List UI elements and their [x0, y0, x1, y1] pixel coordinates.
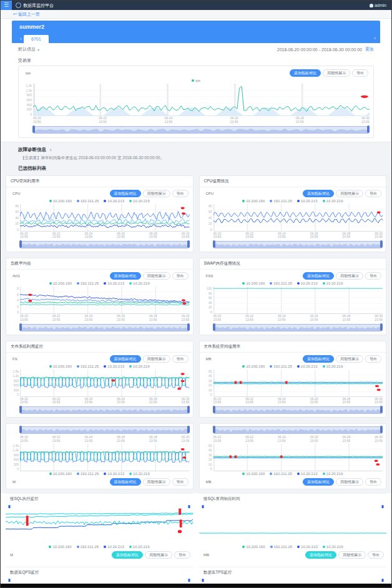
brush-handle-left[interactable] [213, 406, 215, 413]
legend-item[interactable]: 192.211.25 [77, 472, 99, 476]
brush-handle-left[interactable] [19, 240, 22, 248]
chart-canvas[interactable] [20, 444, 190, 471]
metric-chart[interactable]: 10.200.190192.211.2510.20.21310.20.21910… [203, 281, 383, 331]
legend-item[interactable]: 10.20.213 [104, 545, 124, 549]
export-button[interactable]: 导出 [172, 355, 189, 363]
legend-item[interactable]: 10.200.190 [242, 199, 265, 203]
datazoom-slider[interactable] [213, 241, 383, 248]
add-compare-button[interactable]: 添加指标对比 [303, 478, 334, 486]
brush-handle-right[interactable] [187, 240, 190, 248]
brush-handle-right[interactable] [367, 125, 370, 133]
periodic-display-button[interactable]: 周期性展示 [338, 551, 366, 559]
legend-item[interactable]: 10.20.213 [104, 282, 124, 285]
change-range-link[interactable]: 更改 [365, 46, 374, 52]
datazoom-slider[interactable] [33, 126, 369, 134]
legend-item[interactable]: 10.20.213 [297, 282, 318, 285]
legend-item[interactable]: 10.200.190 [242, 282, 265, 285]
legend-item[interactable]: 192.211.25 [270, 282, 292, 285]
legend-item[interactable]: 10.20.219 [129, 365, 150, 368]
metric-chart[interactable]: 10.200.190192.211.2510.20.21310.20.219 [199, 504, 386, 550]
export-button[interactable]: 导出 [365, 272, 381, 280]
brush-handle-left[interactable] [19, 323, 22, 331]
legend-item[interactable]: 10.20.219 [129, 282, 150, 285]
legend-item[interactable]: 10.200.190 [49, 199, 72, 203]
brush-handle-right[interactable] [380, 406, 383, 413]
user-menu[interactable]: admin [370, 3, 386, 7]
add-compare-button[interactable]: 添加指标对比 [110, 478, 141, 486]
metric-chart[interactable]: 10.200.190192.211.2510.20.21310.20.2191.… [9, 364, 190, 414]
legend-item[interactable]: 192.211.25 [270, 199, 292, 203]
brush-handle-left[interactable] [19, 426, 22, 433]
metric-chart[interactable]: 06-2023:5906-2223:5906-2423:5906-2623:59… [203, 426, 383, 477]
chart-canvas[interactable] [199, 504, 386, 544]
legend-item[interactable]: 10.20.213 [104, 365, 124, 368]
export-button[interactable]: 导出 [368, 551, 384, 559]
metric-chart[interactable]: 10.200.190192.211.2510.20.21310.20.21980… [9, 198, 190, 249]
legend-item[interactable]: 192.211.25 [270, 472, 292, 476]
brush-handle-left[interactable] [213, 426, 215, 433]
brush-handle-left[interactable] [19, 406, 22, 413]
add-compare-button[interactable]: 添加指标对比 [305, 551, 336, 559]
legend-item[interactable]: 10.20.213 [297, 199, 318, 203]
legend-item[interactable]: 192.211.25 [77, 199, 99, 203]
chevron-right-icon[interactable]: › [372, 34, 378, 42]
brush-handle-right[interactable] [187, 323, 190, 331]
brush-handle-right[interactable] [380, 426, 383, 433]
chart-canvas[interactable] [20, 370, 190, 397]
periodic-display-button[interactable]: 周期性展示 [143, 478, 170, 486]
legend-item[interactable]: 10.200.190 [49, 365, 72, 368]
periodic-display-button[interactable]: 周期性展示 [143, 190, 170, 197]
add-compare-button[interactable]: 添加指标对比 [290, 69, 321, 77]
legend-item[interactable]: 10.20.213 [297, 472, 318, 476]
legend-item[interactable]: 192.211.25 [270, 545, 293, 549]
add-compare-button[interactable]: 添加指标对比 [112, 551, 143, 559]
legend-item[interactable]: 192.211.25 [77, 365, 99, 368]
brush-handle-right[interactable] [187, 406, 190, 413]
periodic-display-button[interactable]: 周期性展示 [336, 272, 363, 280]
periodic-display-button[interactable]: 周期性展示 [336, 190, 363, 197]
chart-canvas[interactable] [6, 504, 193, 544]
info-label[interactable]: 默认信息 [18, 46, 36, 52]
export-button[interactable]: 导出 [352, 69, 368, 77]
legend-item[interactable]: 192.211.25 [270, 365, 292, 368]
periodic-display-button[interactable]: 周期性展示 [143, 355, 170, 363]
brush-handle-left[interactable] [213, 323, 215, 331]
legend-item[interactable]: tps [192, 79, 200, 82]
legend-item[interactable]: 192.211.25 [77, 545, 99, 549]
periodic-display-button[interactable]: 周期性展示 [143, 272, 170, 280]
hamburger-menu-icon[interactable]: ☰ [1, 1, 12, 10]
legend-item[interactable]: 10.20.213 [297, 545, 318, 549]
chart-canvas[interactable] [213, 287, 383, 314]
datazoom-slider[interactable] [20, 241, 189, 248]
brush-handle-right[interactable] [380, 240, 383, 248]
legend-item[interactable]: 10.200.190 [49, 545, 71, 549]
legend-item[interactable]: 10.20.213 [104, 472, 124, 476]
legend-item[interactable]: 10.200.190 [242, 545, 265, 549]
add-compare-button[interactable]: 添加指标对比 [303, 355, 334, 363]
chart-canvas[interactable] [213, 370, 383, 397]
add-compare-button[interactable]: 添加指标对比 [110, 355, 141, 363]
brush-handle-left[interactable] [213, 240, 215, 248]
periodic-display-button[interactable]: 周期性展示 [145, 551, 172, 559]
metric-chart[interactable]: 10.200.190192.211.2510.20.21310.20.21950… [203, 364, 383, 414]
periodic-display-button[interactable]: 周期性展示 [323, 69, 350, 77]
add-compare-button[interactable]: 添加指标对比 [110, 190, 141, 197]
chart-canvas[interactable] [33, 84, 370, 116]
export-button[interactable]: 导出 [365, 355, 381, 363]
metric-chart[interactable]: 10.200.190192.211.2510.20.21310.20.219 [6, 504, 193, 550]
datazoom-slider[interactable] [20, 406, 189, 414]
export-button[interactable]: 导出 [172, 272, 189, 280]
legend-item[interactable]: 10.20.213 [104, 199, 124, 203]
tab-instance[interactable]: 6701 [24, 35, 49, 43]
tps-chart[interactable]: tps1.2k1.0k800600400200006-2023:5906-222… [22, 78, 370, 134]
legend-item[interactable]: 10.20.219 [323, 472, 343, 476]
periodic-display-button[interactable]: 周期性展示 [336, 478, 363, 486]
chart-canvas[interactable] [20, 287, 190, 314]
add-compare-button[interactable]: 添加指标对比 [303, 272, 334, 280]
brush-handle-left[interactable] [32, 125, 35, 133]
back-link[interactable]: ↩ 返回上一页 [13, 11, 40, 17]
add-compare-button[interactable]: 添加指标对比 [303, 190, 334, 197]
legend-item[interactable]: 192.211.25 [77, 282, 99, 285]
legend-item[interactable]: 10.20.219 [129, 472, 150, 476]
export-button[interactable]: 导出 [174, 551, 190, 559]
